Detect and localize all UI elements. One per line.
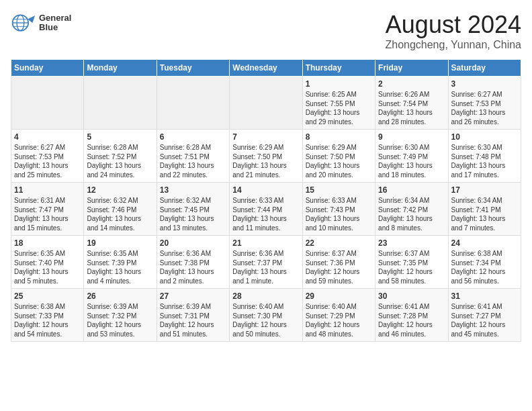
day-info: Sunrise: 6:36 AM Sunset: 7:38 PM Dayligh… (160, 249, 226, 285)
day-info: Sunrise: 6:33 AM Sunset: 7:44 PM Dayligh… (232, 196, 299, 232)
calendar-day-cell: 2Sunrise: 6:26 AM Sunset: 7:54 PM Daylig… (375, 77, 448, 130)
day-number: 19 (87, 238, 153, 248)
day-info: Sunrise: 6:27 AM Sunset: 7:53 PM Dayligh… (451, 90, 518, 126)
day-number: 10 (451, 132, 518, 142)
day-number: 9 (378, 132, 445, 142)
weekday-header: Sunday (11, 60, 84, 77)
day-info: Sunrise: 6:28 AM Sunset: 7:52 PM Dayligh… (87, 143, 153, 179)
calendar-day-cell: 4Sunrise: 6:27 AM Sunset: 7:53 PM Daylig… (11, 130, 84, 183)
calendar-day-cell: 19Sunrise: 6:35 AM Sunset: 7:39 PM Dayli… (84, 236, 157, 289)
weekday-header-row: SundayMondayTuesdayWednesdayThursdayFrid… (11, 60, 521, 77)
day-number: 6 (160, 132, 226, 142)
weekday-header: Saturday (448, 60, 521, 77)
day-info: Sunrise: 6:27 AM Sunset: 7:53 PM Dayligh… (14, 143, 81, 179)
day-info: Sunrise: 6:30 AM Sunset: 7:49 PM Dayligh… (378, 143, 445, 179)
day-number: 25 (14, 291, 81, 301)
day-info: Sunrise: 6:40 AM Sunset: 7:30 PM Dayligh… (232, 302, 299, 338)
day-info: Sunrise: 6:41 AM Sunset: 7:28 PM Dayligh… (378, 302, 445, 338)
day-info: Sunrise: 6:33 AM Sunset: 7:43 PM Dayligh… (306, 196, 372, 232)
day-info: Sunrise: 6:32 AM Sunset: 7:45 PM Dayligh… (160, 196, 226, 232)
day-number: 22 (306, 238, 372, 248)
day-info: Sunrise: 6:34 AM Sunset: 7:42 PM Dayligh… (378, 196, 445, 232)
day-number: 13 (160, 185, 226, 195)
calendar-day-cell: 27Sunrise: 6:39 AM Sunset: 7:31 PM Dayli… (157, 289, 229, 342)
weekday-header: Monday (84, 60, 157, 77)
day-info: Sunrise: 6:29 AM Sunset: 7:50 PM Dayligh… (306, 143, 372, 179)
day-number: 4 (14, 132, 81, 142)
day-info: Sunrise: 6:30 AM Sunset: 7:48 PM Dayligh… (451, 143, 518, 179)
calendar-day-cell: 6Sunrise: 6:28 AM Sunset: 7:51 PM Daylig… (157, 130, 229, 183)
day-number: 20 (160, 238, 226, 248)
day-info: Sunrise: 6:36 AM Sunset: 7:37 PM Dayligh… (232, 249, 299, 285)
calendar-day-cell: 3Sunrise: 6:27 AM Sunset: 7:53 PM Daylig… (448, 77, 521, 130)
calendar-day-cell: 5Sunrise: 6:28 AM Sunset: 7:52 PM Daylig… (84, 130, 157, 183)
calendar-week-row: 18Sunrise: 6:35 AM Sunset: 7:40 PM Dayli… (11, 236, 521, 289)
day-number: 3 (451, 79, 518, 89)
day-info: Sunrise: 6:32 AM Sunset: 7:46 PM Dayligh… (87, 196, 153, 232)
calendar-day-cell: 22Sunrise: 6:37 AM Sunset: 7:36 PM Dayli… (302, 236, 375, 289)
day-number: 18 (14, 238, 81, 248)
calendar-day-cell: 25Sunrise: 6:38 AM Sunset: 7:33 PM Dayli… (11, 289, 84, 342)
day-number: 1 (306, 79, 372, 89)
day-info: Sunrise: 6:29 AM Sunset: 7:50 PM Dayligh… (232, 143, 299, 179)
day-number: 12 (87, 185, 153, 195)
calendar-day-cell: 21Sunrise: 6:36 AM Sunset: 7:37 PM Dayli… (230, 236, 302, 289)
day-number: 28 (232, 291, 299, 301)
weekday-header: Tuesday (157, 60, 229, 77)
calendar-day-cell: 24Sunrise: 6:38 AM Sunset: 7:34 PM Dayli… (448, 236, 521, 289)
calendar-day-cell: 20Sunrise: 6:36 AM Sunset: 7:38 PM Dayli… (157, 236, 229, 289)
calendar-day-cell: 17Sunrise: 6:34 AM Sunset: 7:41 PM Dayli… (448, 183, 521, 236)
calendar-day-cell: 31Sunrise: 6:41 AM Sunset: 7:27 PM Dayli… (448, 289, 521, 342)
day-number: 29 (306, 291, 372, 301)
day-number: 11 (14, 185, 81, 195)
calendar-day-cell: 12Sunrise: 6:32 AM Sunset: 7:46 PM Dayli… (84, 183, 157, 236)
calendar-week-row: 25Sunrise: 6:38 AM Sunset: 7:33 PM Dayli… (11, 289, 521, 342)
calendar-day-cell (230, 77, 302, 130)
calendar-week-row: 4Sunrise: 6:27 AM Sunset: 7:53 PM Daylig… (11, 130, 521, 183)
month-year: August 2024 (385, 11, 521, 39)
day-number: 5 (87, 132, 153, 142)
day-number: 26 (87, 291, 153, 301)
day-number: 16 (378, 185, 445, 195)
day-info: Sunrise: 6:25 AM Sunset: 7:55 PM Dayligh… (306, 90, 372, 126)
calendar-table: SundayMondayTuesdayWednesdayThursdayFrid… (11, 59, 521, 342)
calendar-day-cell: 15Sunrise: 6:33 AM Sunset: 7:43 PM Dayli… (302, 183, 375, 236)
calendar-day-cell: 29Sunrise: 6:40 AM Sunset: 7:29 PM Dayli… (302, 289, 375, 342)
day-info: Sunrise: 6:35 AM Sunset: 7:40 PM Dayligh… (14, 249, 81, 285)
day-info: Sunrise: 6:39 AM Sunset: 7:31 PM Dayligh… (160, 302, 226, 338)
day-number: 7 (232, 132, 299, 142)
calendar-day-cell: 14Sunrise: 6:33 AM Sunset: 7:44 PM Dayli… (230, 183, 302, 236)
logo-icon (11, 11, 35, 35)
day-number: 23 (378, 238, 445, 248)
day-number: 2 (378, 79, 445, 89)
day-number: 31 (451, 291, 518, 301)
logo-line2: Blue (39, 23, 71, 32)
day-number: 15 (306, 185, 372, 195)
day-number: 30 (378, 291, 445, 301)
calendar-week-row: 1Sunrise: 6:25 AM Sunset: 7:55 PM Daylig… (11, 77, 521, 130)
calendar-day-cell: 28Sunrise: 6:40 AM Sunset: 7:30 PM Dayli… (230, 289, 302, 342)
calendar-day-cell: 7Sunrise: 6:29 AM Sunset: 7:50 PM Daylig… (230, 130, 302, 183)
day-number: 17 (451, 185, 518, 195)
day-info: Sunrise: 6:35 AM Sunset: 7:39 PM Dayligh… (87, 249, 153, 285)
calendar-day-cell: 18Sunrise: 6:35 AM Sunset: 7:40 PM Dayli… (11, 236, 84, 289)
calendar-day-cell: 10Sunrise: 6:30 AM Sunset: 7:48 PM Dayli… (448, 130, 521, 183)
day-number: 24 (451, 238, 518, 248)
day-info: Sunrise: 6:34 AM Sunset: 7:41 PM Dayligh… (451, 196, 518, 232)
calendar-day-cell: 23Sunrise: 6:37 AM Sunset: 7:35 PM Dayli… (375, 236, 448, 289)
day-info: Sunrise: 6:38 AM Sunset: 7:34 PM Dayligh… (451, 249, 518, 285)
calendar-day-cell: 30Sunrise: 6:41 AM Sunset: 7:28 PM Dayli… (375, 289, 448, 342)
day-info: Sunrise: 6:28 AM Sunset: 7:51 PM Dayligh… (160, 143, 226, 179)
day-info: Sunrise: 6:41 AM Sunset: 7:27 PM Dayligh… (451, 302, 518, 338)
day-info: Sunrise: 6:39 AM Sunset: 7:32 PM Dayligh… (87, 302, 153, 338)
day-number: 8 (306, 132, 372, 142)
weekday-header: Thursday (302, 60, 375, 77)
day-number: 27 (160, 291, 226, 301)
day-number: 21 (232, 238, 299, 248)
logo-text: General Blue (39, 13, 71, 33)
day-number: 14 (232, 185, 299, 195)
calendar-day-cell: 1Sunrise: 6:25 AM Sunset: 7:55 PM Daylig… (302, 77, 375, 130)
day-info: Sunrise: 6:38 AM Sunset: 7:33 PM Dayligh… (14, 302, 81, 338)
calendar-day-cell (11, 77, 84, 130)
day-info: Sunrise: 6:31 AM Sunset: 7:47 PM Dayligh… (14, 196, 81, 232)
